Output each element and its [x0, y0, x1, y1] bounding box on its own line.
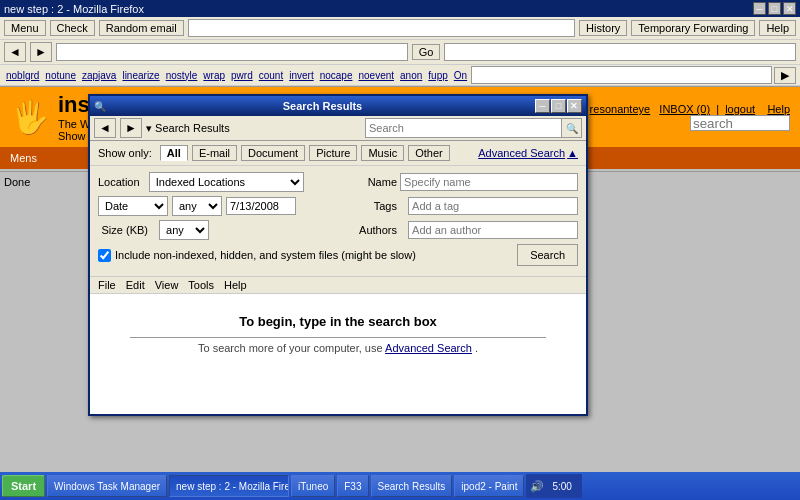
search-divider [130, 337, 546, 338]
bookmark-nostyle[interactable]: nostyle [164, 70, 200, 81]
dialog-title: Search Results [283, 100, 362, 112]
dialog-title-icon: 🔍 [94, 101, 106, 112]
username[interactable]: resonanteye [590, 103, 651, 115]
bookmark-bar: noblgrd notune zapjava linearize nostyle… [0, 65, 800, 86]
name-label: Name [347, 176, 397, 188]
browser-menubar: Menu Check Random email History Temporar… [0, 17, 800, 40]
title-bar: new step : 2 - Mozilla Firefox ─ □ ✕ [0, 0, 800, 17]
location-label: Location [98, 176, 140, 188]
forward-btn[interactable]: ► [30, 42, 52, 62]
date-input[interactable] [226, 197, 296, 215]
bookmark-nocape[interactable]: nocape [318, 70, 355, 81]
taskbar-item-4[interactable]: Search Results [371, 475, 453, 497]
bookmark-noevent[interactable]: noevent [356, 70, 396, 81]
url-input[interactable] [188, 19, 575, 37]
dialog-forward-btn[interactable]: ► [120, 118, 142, 138]
inst-search-input[interactable] [690, 115, 790, 131]
start-button[interactable]: Start [2, 475, 45, 497]
nav-go-btn[interactable]: ▶ [774, 67, 796, 84]
tags-input[interactable] [408, 197, 578, 215]
checkbox-row: Include non-indexed, hidden, and system … [98, 244, 578, 266]
taskbar-item-5[interactable]: ipod2 - Paint [454, 475, 524, 497]
random-email-btn[interactable]: Random email [99, 20, 184, 36]
authors-input[interactable] [408, 221, 578, 239]
dialog-close-btn[interactable]: ✕ [567, 99, 582, 113]
date-size-row: Date any Tags [98, 196, 578, 216]
dialog-menu-edit[interactable]: Edit [126, 279, 145, 291]
minimize-browser-btn[interactable]: ─ [753, 2, 766, 15]
taskbar-item-2[interactable]: iTuneo [291, 475, 335, 497]
user-info: resonanteye INBOX (0) | logout Help [590, 103, 790, 115]
bookmark-zapjava[interactable]: zapjava [80, 70, 118, 81]
tab-picture[interactable]: Picture [309, 145, 357, 161]
location-col: Location Indexed Locations [98, 172, 329, 192]
taskbar-item-3[interactable]: F33 [337, 475, 368, 497]
bookmark-fupp[interactable]: fupp [426, 70, 449, 81]
date-select[interactable]: Date [98, 196, 168, 216]
tab-music[interactable]: Music [361, 145, 404, 161]
user-area: resonanteye INBOX (0) | logout Help [590, 103, 790, 131]
bookmark-noblgrd[interactable]: noblgrd [4, 70, 41, 81]
bookmark-pwrd[interactable]: pwrd [229, 70, 255, 81]
go-btn[interactable]: Go [412, 44, 441, 60]
maximize-browser-btn[interactable]: □ [768, 2, 781, 15]
taskbar-item-0[interactable]: Windows Task Manager [47, 475, 167, 497]
tags-label: Tags [347, 200, 397, 212]
show-only-label: Show only: [98, 147, 152, 159]
location-select[interactable]: Indexed Locations [149, 172, 304, 192]
size-authors-row: Size (KB) any Authors [98, 220, 578, 240]
title-bar-buttons: ─ □ ✕ [753, 2, 796, 15]
dialog-menu-file[interactable]: File [98, 279, 116, 291]
bookmark-linearize[interactable]: linearize [120, 70, 161, 81]
browser-search-input[interactable] [444, 43, 796, 61]
nav-item-mens[interactable]: Mens [10, 152, 37, 164]
browser-chrome: new step : 2 - Mozilla Firefox ─ □ ✕ Men… [0, 0, 800, 87]
inbox-label[interactable]: INBOX (0) [659, 103, 710, 115]
dialog-back-btn[interactable]: ◄ [94, 118, 116, 138]
search-btn[interactable]: Search [517, 244, 578, 266]
date-any-select[interactable]: any [172, 196, 222, 216]
menu-btn[interactable]: Menu [4, 20, 46, 36]
size-any-select[interactable]: any [159, 220, 209, 240]
bookmark-on[interactable]: On [452, 70, 469, 81]
dialog-minimize-btn[interactable]: ─ [535, 99, 550, 113]
bookmark-anon[interactable]: anon [398, 70, 424, 81]
bookmark-count[interactable]: count [257, 70, 285, 81]
search-dialog-titlebar: 🔍 Search Results ─ □ ✕ [90, 96, 586, 116]
checkbox-label: Include non-indexed, hidden, and system … [115, 249, 416, 261]
bookmark-wrap[interactable]: wrap [201, 70, 227, 81]
authors-label: Authors [347, 224, 397, 236]
dialog-menu-tools[interactable]: Tools [188, 279, 214, 291]
dialog-search-icon-btn[interactable]: 🔍 [561, 119, 581, 137]
help-link[interactable]: Help [767, 103, 790, 115]
taskbar-item-1[interactable]: new step : 2 - Mozilla Fire... [169, 475, 289, 497]
advanced-search-label: Advanced Search [478, 147, 565, 159]
back-btn[interactable]: ◄ [4, 42, 26, 62]
close-browser-btn[interactable]: ✕ [783, 2, 796, 15]
dialog-menu-view[interactable]: View [155, 279, 179, 291]
bookmark-notune[interactable]: notune [43, 70, 78, 81]
logout-link[interactable]: logout [725, 103, 755, 115]
dialog-search-input[interactable] [366, 122, 561, 134]
tab-other[interactable]: Other [408, 145, 450, 161]
include-hidden-checkbox[interactable] [98, 249, 111, 262]
help-btn[interactable]: Help [759, 20, 796, 36]
search-hint: To search more of your computer, use Adv… [110, 342, 566, 354]
dialog-menu-help[interactable]: Help [224, 279, 247, 291]
advanced-search-link[interactable]: Advanced Search ▲ [478, 147, 578, 159]
temporary-forwarding-btn[interactable]: Temporary Forwarding [631, 20, 755, 36]
nav-address-bar[interactable]: http://www.instructables.c... [471, 66, 772, 84]
history-btn[interactable]: History [579, 20, 627, 36]
search-hint-prefix: To search more of your computer, use [198, 342, 383, 354]
tab-all[interactable]: All [160, 145, 188, 161]
advanced-search-hint-link[interactable]: Advanced Search [385, 342, 472, 354]
name-input[interactable] [400, 173, 578, 191]
search-hint-suffix: . [475, 342, 478, 354]
check-btn[interactable]: Check [50, 20, 95, 36]
tab-email[interactable]: E-mail [192, 145, 237, 161]
address-bar[interactable]: http://www.instructables.c... [56, 43, 408, 61]
bookmark-invert[interactable]: invert [287, 70, 315, 81]
dialog-maximize-btn[interactable]: □ [551, 99, 566, 113]
dialog-search-bar: 🔍 [365, 118, 582, 138]
tab-document[interactable]: Document [241, 145, 305, 161]
